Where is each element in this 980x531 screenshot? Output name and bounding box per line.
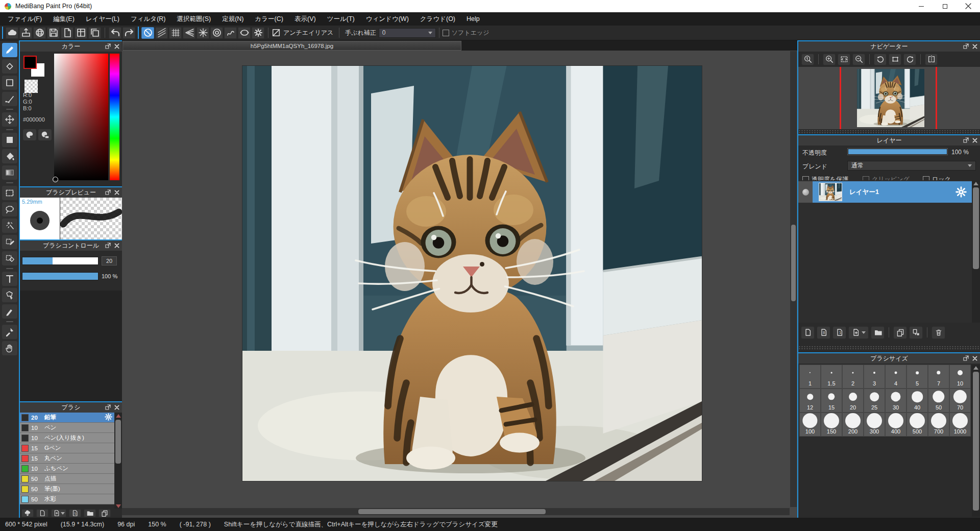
palette-edit-button[interactable] <box>38 129 52 140</box>
brush-size-cell[interactable]: 70 <box>949 389 971 413</box>
brush-list-item[interactable]: 10ペン(入り抜き) <box>20 433 114 443</box>
layer-scroll-thumb[interactable] <box>973 187 979 269</box>
menu-item[interactable]: レイヤー(L) <box>80 12 125 26</box>
close-icon[interactable] <box>972 43 978 50</box>
zoom-in-button[interactable] <box>823 54 836 65</box>
brush-folder-button[interactable] <box>84 509 96 517</box>
brush-opacity-slider[interactable] <box>22 272 99 280</box>
saturation-value-picker[interactable] <box>54 54 108 180</box>
brush-size-cell[interactable]: 5 <box>906 365 928 389</box>
brush-add-menu-button[interactable] <box>51 509 66 517</box>
brush-size-cell[interactable]: 150 <box>821 413 842 437</box>
delete-layer-button[interactable] <box>932 326 945 339</box>
zoom-reset-button[interactable] <box>801 54 814 65</box>
layer-row-body[interactable]: レイヤー1 <box>813 181 972 203</box>
menu-item[interactable]: 編集(E) <box>47 12 80 26</box>
tool-divide[interactable] <box>2 304 17 319</box>
popout-icon[interactable] <box>105 43 111 50</box>
brush-size-cell[interactable]: 2 <box>842 365 864 389</box>
scroll-up-icon[interactable] <box>973 182 978 185</box>
brush-list-item[interactable]: 50点描 <box>20 474 114 484</box>
menu-item[interactable]: ウィンドウ(W) <box>360 12 414 26</box>
popout-icon[interactable] <box>105 404 111 411</box>
popout-icon[interactable] <box>963 355 969 361</box>
canvas-horizontal-scrollbar[interactable] <box>122 508 790 515</box>
brush-list-item[interactable]: 15Gペン <box>20 443 114 453</box>
brush-size-cell[interactable]: 15 <box>821 389 842 413</box>
canvas-image[interactable] <box>242 66 702 481</box>
brush-size-cell[interactable]: 500 <box>906 413 928 437</box>
brush-list-item[interactable]: 10ふちペン <box>20 464 114 474</box>
brush-size-cell[interactable]: 12 <box>799 389 821 413</box>
redo-button[interactable] <box>122 27 135 39</box>
brush-size-cell[interactable]: 1000 <box>949 413 971 437</box>
rotate-right-button[interactable] <box>903 54 916 65</box>
layer-panel-header[interactable]: レイヤー <box>798 135 980 146</box>
menu-item[interactable]: カラー(C) <box>250 12 289 26</box>
add-layer-button[interactable] <box>801 326 815 339</box>
tool-eraser[interactable] <box>2 59 17 74</box>
brush-script-button[interactable]: S <box>69 509 81 517</box>
window-layout-button[interactable] <box>75 27 87 39</box>
add-1bit-layer-button[interactable]: 1 <box>832 326 846 339</box>
vanishing-point-snap-button[interactable] <box>183 27 195 39</box>
maximize-button[interactable] <box>933 0 957 12</box>
brush-size-cell[interactable]: 7 <box>928 365 949 389</box>
scroll-up-icon[interactable] <box>116 414 121 418</box>
brush-size-cell[interactable]: 30 <box>885 389 906 413</box>
add-8bit-layer-button[interactable]: 8 <box>817 326 830 339</box>
tool-shape-rect[interactable] <box>2 76 17 90</box>
stabilizer-select[interactable]: 0 <box>379 28 436 38</box>
close-icon[interactable] <box>114 243 120 249</box>
navigator-viewport[interactable] <box>798 67 980 129</box>
blend-mode-select[interactable]: 通常 <box>847 161 976 171</box>
menu-item[interactable]: 表示(V) <box>289 12 322 26</box>
close-icon[interactable] <box>114 43 120 50</box>
flip-horizontal-button[interactable] <box>925 54 938 65</box>
popout-icon[interactable] <box>963 43 969 50</box>
brush-size-cell[interactable]: 50 <box>928 389 949 413</box>
brush-cloud-download-button[interactable] <box>21 509 34 517</box>
brush-settings-gear-icon[interactable] <box>105 413 112 422</box>
brush-size-cell[interactable]: 4 <box>885 365 906 389</box>
menu-item[interactable]: 定規(N) <box>216 12 249 26</box>
tool-bucket-fill[interactable] <box>2 149 17 163</box>
popout-icon[interactable] <box>105 242 111 249</box>
brush-size-header[interactable]: ブラシサイズ <box>798 353 980 364</box>
snap-off-button[interactable] <box>141 27 154 39</box>
tool-text[interactable] <box>2 272 17 286</box>
menu-item[interactable]: 選択範囲(S) <box>172 12 217 26</box>
undo-button[interactable] <box>109 27 121 39</box>
tool-operation[interactable] <box>2 288 17 302</box>
navigator-header[interactable]: ナビゲーター <box>798 41 980 52</box>
tool-hand[interactable] <box>2 341 17 355</box>
brush-duplicate-button[interactable] <box>99 509 111 517</box>
popout-icon[interactable] <box>105 189 111 196</box>
brush-size-cell[interactable]: 20 <box>842 389 864 413</box>
brush-size-slider[interactable] <box>22 257 99 265</box>
close-button[interactable] <box>957 0 980 12</box>
brush-list-item[interactable]: 10ペン <box>20 423 114 433</box>
concentric-snap-button[interactable] <box>210 27 223 39</box>
tool-shape-fill[interactable] <box>2 133 17 147</box>
ellipse-snap-button[interactable] <box>238 27 251 39</box>
brush-size-cell[interactable]: 1.5 <box>821 365 842 389</box>
tool-select-pen[interactable] <box>2 235 17 249</box>
canvas-size-button[interactable] <box>88 27 101 39</box>
online-gallery-button[interactable] <box>33 27 46 39</box>
brush-panel-header[interactable]: ブラシ <box>20 402 122 413</box>
layer-list-scrollbar[interactable] <box>972 180 980 323</box>
scroll-down-icon[interactable] <box>116 504 121 508</box>
radial-snap-button[interactable] <box>197 27 209 39</box>
brush-size-cell[interactable]: 3 <box>864 365 885 389</box>
brush-size-value[interactable]: 20 <box>102 256 117 266</box>
rotate-reset-button[interactable] <box>889 54 901 65</box>
menu-item[interactable]: Help <box>461 12 485 26</box>
duplicate-layer-button[interactable] <box>893 326 907 339</box>
layer-folder-button[interactable] <box>871 326 885 339</box>
close-icon[interactable] <box>972 355 978 361</box>
brush-size-cell[interactable]: 25 <box>864 389 885 413</box>
close-icon[interactable] <box>114 189 120 196</box>
brush-size-cell[interactable]: 1 <box>799 365 821 389</box>
brush-size-scrollbar[interactable] <box>972 365 980 517</box>
